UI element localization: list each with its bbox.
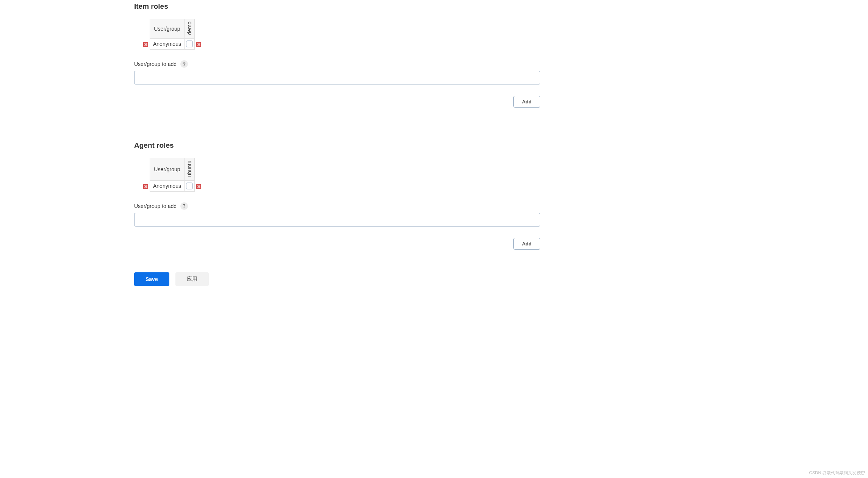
delete-cell-right (194, 180, 203, 191)
blank-cell (142, 19, 150, 39)
delete-cell-right (194, 39, 203, 50)
item-user-group-input[interactable] (134, 71, 540, 84)
user-name-cell: Anonymous (150, 39, 185, 50)
role-column-label: demo (186, 22, 192, 35)
permission-checkbox-cell (184, 180, 194, 191)
user-group-header: User/group (150, 158, 185, 181)
table-header-row: User/group ubuntu (142, 158, 203, 181)
table-row: Anonymous (142, 39, 203, 50)
delete-icon[interactable] (143, 42, 148, 47)
delete-icon[interactable] (196, 184, 201, 189)
item-roles-table-wrap: User/group demo Anonymous (142, 19, 851, 50)
item-roles-heading: Item roles (134, 2, 851, 11)
user-name-cell: Anonymous (150, 180, 185, 191)
delete-icon[interactable] (143, 184, 148, 189)
agent-roles-table: User/group ubuntu Anonymous (142, 158, 203, 192)
footer-buttons: Save 应用 (134, 272, 851, 286)
item-roles-table: User/group demo Anonymous (142, 19, 203, 50)
delete-cell-left (142, 180, 150, 191)
help-icon[interactable]: ? (180, 202, 188, 210)
blank-cell (194, 158, 203, 181)
user-group-header: User/group (150, 19, 185, 39)
section-divider (134, 126, 540, 126)
agent-add-button[interactable]: Add (513, 238, 540, 250)
help-icon[interactable]: ? (180, 60, 188, 68)
permission-checkbox[interactable] (186, 41, 193, 47)
agent-add-label-row: User/group to add ? (134, 202, 851, 210)
agent-add-row: Add (134, 238, 540, 250)
table-row: Anonymous (142, 180, 203, 191)
apply-button[interactable]: 应用 (175, 272, 209, 286)
agent-roles-heading: Agent roles (134, 141, 851, 150)
item-add-button[interactable]: Add (513, 96, 540, 108)
user-group-to-add-label: User/group to add (134, 61, 177, 67)
agent-roles-table-wrap: User/group ubuntu Anonymous (142, 158, 851, 192)
save-button[interactable]: Save (134, 272, 169, 286)
role-column-label: ubuntu (186, 161, 192, 177)
user-group-to-add-label: User/group to add (134, 203, 177, 209)
permission-checkbox-cell (184, 39, 194, 50)
blank-cell (194, 19, 203, 39)
permission-checkbox[interactable] (186, 183, 193, 189)
item-add-row: Add (134, 96, 540, 108)
item-add-label-row: User/group to add ? (134, 60, 851, 68)
delete-cell-left (142, 39, 150, 50)
blank-cell (142, 158, 150, 181)
table-header-row: User/group demo (142, 19, 203, 39)
role-column-header: ubuntu (184, 158, 194, 181)
role-column-header: demo (184, 19, 194, 39)
delete-icon[interactable] (196, 42, 201, 47)
agent-user-group-input[interactable] (134, 213, 540, 227)
